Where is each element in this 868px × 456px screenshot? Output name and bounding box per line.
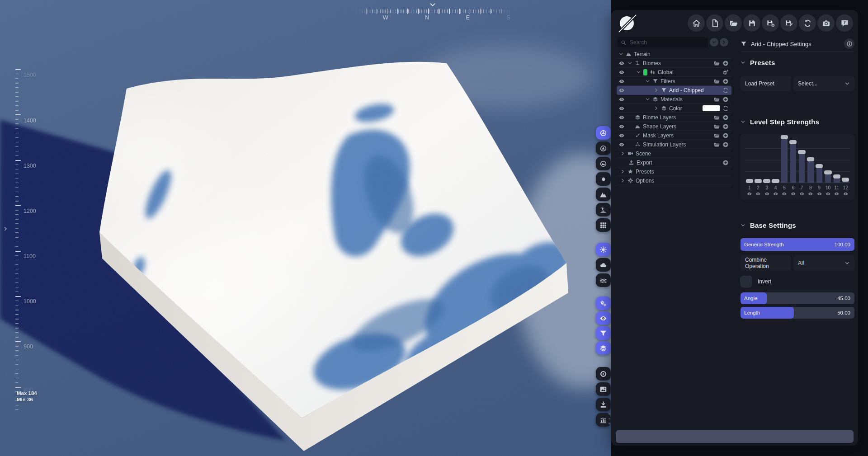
chart-bar[interactable] <box>815 137 824 183</box>
add-plus-icon[interactable] <box>722 114 729 121</box>
chart-bar[interactable] <box>754 137 762 183</box>
tool-circle-mountain-button[interactable] <box>596 157 611 170</box>
eye-icon[interactable] <box>780 191 788 197</box>
tree-item-options[interactable]: Options <box>617 176 731 185</box>
tool-layers-button[interactable] <box>596 341 611 355</box>
tool-filter-button[interactable] <box>596 326 611 340</box>
folder-icon[interactable] <box>713 132 720 139</box>
folder-icon[interactable] <box>713 78 720 85</box>
home-button[interactable] <box>688 14 705 32</box>
tool-water-button[interactable] <box>596 273 611 287</box>
visibility-eye-icon[interactable] <box>618 141 625 148</box>
tree-item-biomes[interactable]: Biomes <box>617 59 731 68</box>
angle-slider[interactable]: Angle -45.00 <box>741 292 854 304</box>
tree-item-simulation-layers[interactable]: Simulation Layers <box>617 140 731 149</box>
tool-island-button[interactable] <box>596 203 611 216</box>
chart-bar[interactable] <box>832 137 841 183</box>
tool-flame-button[interactable] <box>596 172 611 186</box>
tool-target-button[interactable] <box>596 367 611 381</box>
length-slider[interactable]: Length 50.00 <box>741 307 854 319</box>
chart-bar[interactable] <box>771 137 780 183</box>
visibility-eye-icon[interactable] <box>618 105 625 112</box>
open-project-button[interactable] <box>725 14 742 32</box>
folder-icon[interactable] <box>713 114 720 121</box>
eye-icon[interactable] <box>824 191 832 197</box>
chevron-right-icon[interactable] <box>620 151 625 156</box>
level-step-strengths-chart[interactable]: 123456789101112 <box>741 134 854 200</box>
section-level-step-strengths[interactable]: Level Step Strengths <box>741 118 819 126</box>
3d-viewport[interactable]: W N E S 1500 1400 1300 1200 1100 1000 90… <box>0 0 611 456</box>
chevron-right-icon[interactable] <box>654 106 659 111</box>
visibility-eye-icon[interactable] <box>618 114 625 121</box>
tree-item-presets[interactable]: Presets <box>617 167 731 176</box>
tool-radial-wheel-button[interactable] <box>596 126 611 140</box>
invert-checkbox[interactable] <box>741 276 752 287</box>
refresh-icon[interactable] <box>722 87 729 94</box>
section-base-settings[interactable]: Base Settings <box>741 221 796 229</box>
folder-icon[interactable] <box>713 141 720 148</box>
tree-item-global[interactable]: Global <box>617 68 731 77</box>
chart-bar[interactable] <box>780 137 788 183</box>
tool-grid-button[interactable] <box>596 218 611 232</box>
eye-icon[interactable] <box>771 191 780 197</box>
tool-download-button[interactable] <box>596 398 611 411</box>
chart-bar[interactable] <box>841 137 850 183</box>
chart-bar[interactable] <box>763 137 771 183</box>
folder-icon[interactable] <box>713 60 720 66</box>
chart-bar[interactable] <box>797 137 806 183</box>
tree-collapse-all-button[interactable] <box>710 38 718 47</box>
new-file-button[interactable] <box>706 14 723 32</box>
chevron-down-icon[interactable] <box>645 79 650 84</box>
eye-icon[interactable] <box>832 191 841 197</box>
eye-icon[interactable] <box>745 191 754 197</box>
add-plus-icon[interactable] <box>722 78 729 85</box>
general-strength-slider[interactable]: General Strength 100.00 <box>741 238 854 251</box>
tree-item-mask-layers[interactable]: Mask Layers <box>617 131 731 140</box>
tree-expand-button[interactable] <box>720 38 728 47</box>
tree-item-biome-layers[interactable]: Biome Layers <box>617 113 731 122</box>
eye-icon[interactable] <box>763 191 771 197</box>
tool-sun-button[interactable] <box>596 243 611 256</box>
add-plus-icon[interactable] <box>722 60 729 66</box>
visibility-eye-icon[interactable] <box>618 60 625 66</box>
visibility-eye-icon[interactable] <box>618 87 625 94</box>
eye-icon[interactable] <box>815 191 824 197</box>
layers-add-icon[interactable] <box>722 69 729 75</box>
tool-circle-triangle-button[interactable] <box>596 141 611 155</box>
tree-item-arid-chipped[interactable]: Arid - Chipped <box>617 86 731 95</box>
visibility-eye-icon[interactable] <box>618 132 625 139</box>
visibility-eye-icon[interactable] <box>618 69 625 75</box>
biome-color-swatch[interactable] <box>643 69 647 75</box>
load-preset-dropdown[interactable]: Select... <box>793 76 854 91</box>
screenshot-button[interactable] <box>817 14 835 32</box>
save-as-button[interactable] <box>762 14 779 32</box>
tool-mountain-button[interactable] <box>596 188 611 201</box>
tool-visibility-button[interactable] <box>596 311 611 325</box>
add-plus-icon[interactable] <box>722 141 729 148</box>
add-plus-icon[interactable] <box>722 132 729 139</box>
section-presets[interactable]: Presets <box>741 59 775 66</box>
chevron-right-icon[interactable] <box>620 178 625 183</box>
tool-image-button[interactable] <box>596 382 611 396</box>
info-button[interactable] <box>844 38 854 49</box>
chart-bar[interactable] <box>745 137 754 183</box>
tool-gears-button[interactable] <box>596 296 611 310</box>
left-panel-expand-chevron[interactable]: › <box>4 223 7 233</box>
visibility-eye-icon[interactable] <box>618 123 625 130</box>
chevron-right-icon[interactable] <box>654 88 659 93</box>
chevron-down-icon[interactable] <box>636 70 641 75</box>
material-color-swatch[interactable] <box>703 105 720 111</box>
eye-icon[interactable] <box>797 191 806 197</box>
chart-bar[interactable] <box>789 137 797 183</box>
tree-item-materials[interactable]: Materials <box>617 95 731 104</box>
combine-operation-dropdown[interactable]: All <box>793 255 854 271</box>
eye-icon[interactable] <box>806 191 815 197</box>
chart-bar[interactable] <box>806 137 815 183</box>
eye-icon[interactable] <box>754 191 762 197</box>
chevron-down-icon[interactable] <box>618 52 623 56</box>
chevron-down-icon[interactable] <box>645 97 650 102</box>
eye-icon[interactable] <box>841 191 850 197</box>
refresh-icon[interactable] <box>722 105 729 112</box>
help-button[interactable] <box>836 14 853 32</box>
add-plus-icon[interactable] <box>722 96 729 103</box>
